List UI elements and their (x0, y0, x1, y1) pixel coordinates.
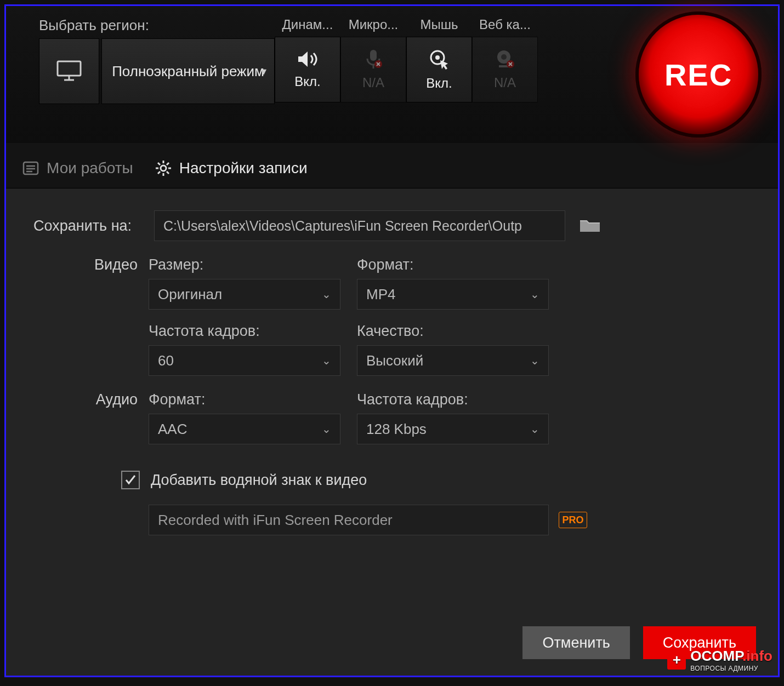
folder-icon (578, 216, 601, 235)
video-quality-select[interactable]: Высокий ⌄ (357, 345, 549, 376)
tab-my-works-label: Мои работы (47, 159, 133, 177)
cancel-button-label: Отменить (542, 634, 610, 651)
speaker-icon (297, 50, 319, 68)
record-button[interactable]: REC (635, 12, 762, 138)
audio-format-label: Формат: (149, 391, 340, 408)
video-format-select[interactable]: MP4 ⌄ (357, 279, 549, 310)
watermark-label: Добавить водяной знак к видео (151, 472, 367, 489)
audio-section: Аудио Формат: AAC ⌄ Частота кадров: 128 … (33, 391, 751, 444)
toggle-mouse-header: Мышь (406, 17, 472, 32)
chevron-down-icon: ⌄ (530, 354, 539, 367)
app-window: Выбрать регион: Полноэкранный режим ▾ Ди… (4, 4, 780, 677)
svg-point-15 (161, 165, 166, 171)
video-quality-label: Качество: (357, 323, 549, 340)
browse-folder-button[interactable] (576, 215, 604, 237)
region-label: Выбрать регион: (39, 17, 275, 34)
dialog-footer: Отменить Сохранить (6, 613, 778, 676)
save-path-row: Сохранить на: C:\Users\alex\Videos\Captu… (33, 210, 751, 241)
chevron-down-icon: ⌄ (322, 354, 331, 367)
chevron-down-icon: ⌄ (322, 422, 331, 436)
record-button-label: REC (664, 57, 732, 93)
video-quality-value: Высокий (366, 352, 423, 369)
toggle-webcam: Веб ка... N/A (472, 17, 538, 138)
video-format-field: Формат: MP4 ⌄ (357, 256, 549, 310)
audio-section-label: Аудио (33, 391, 138, 408)
audio-format-field: Формат: AAC ⌄ (149, 391, 340, 444)
watermark-checkbox[interactable] (121, 471, 140, 489)
watermark-input-row: Recorded with iFun Screen Recorder PRO (33, 505, 751, 535)
save-to-label: Сохранить на: (33, 218, 143, 235)
save-path-value: C:\Users\alex\Videos\Captures\iFun Scree… (163, 218, 522, 234)
video-fps-field: Частота кадров: 60 ⌄ (149, 323, 340, 376)
watermark-row: Добавить водяной знак к видео (121, 471, 751, 489)
cursor-icon (428, 48, 450, 70)
region-row: Полноэкранный режим ▾ (39, 38, 275, 104)
site-watermark-text: OCOMP.info ВОПРОСЫ АДМИНУ (690, 648, 772, 672)
video-grid: Размер: Оригинал ⌄ Формат: MP4 ⌄ Частота… (149, 256, 549, 376)
svg-line-21 (167, 172, 169, 174)
video-format-value: MP4 (366, 286, 395, 303)
toggle-microphone-header: Микро... (340, 17, 406, 32)
audio-bitrate-field: Частота кадров: 128 Kbps ⌄ (357, 391, 549, 444)
region-mode-label: Полноэкранный режим (112, 63, 264, 80)
audio-format-select[interactable]: AAC ⌄ (149, 414, 340, 444)
toggle-speaker: Динам... Вкл. (275, 17, 340, 138)
region-mode-dropdown[interactable]: Полноэкранный режим ▾ (101, 38, 275, 104)
region-display-button[interactable] (39, 38, 99, 104)
audio-format-value: AAC (158, 421, 187, 438)
audio-bitrate-label: Частота кадров: (357, 391, 549, 408)
video-section-label: Видео (33, 256, 138, 273)
video-format-label: Формат: (357, 256, 549, 273)
video-size-label: Размер: (149, 256, 340, 273)
toggle-mouse-status: Вкл. (426, 76, 452, 91)
svg-line-20 (158, 163, 160, 165)
save-path-input[interactable]: C:\Users\alex\Videos\Captures\iFun Scree… (154, 210, 565, 241)
site-name: OCOMP (690, 648, 742, 664)
toggle-speaker-status: Вкл. (294, 74, 320, 89)
watermark-text-input[interactable]: Recorded with iFun Screen Recorder (149, 505, 549, 535)
toggle-microphone-status: N/A (362, 75, 384, 90)
monitor-icon (56, 60, 82, 82)
site-suffix: .info (742, 648, 772, 664)
chevron-down-icon: ⌄ (530, 288, 539, 301)
microphone-icon (364, 49, 383, 70)
toggle-webcam-button[interactable]: N/A (472, 37, 538, 102)
video-size-select[interactable]: Оригинал ⌄ (149, 279, 340, 310)
chevron-down-icon: ⌄ (530, 422, 539, 436)
gear-icon (155, 160, 172, 176)
top-toolbar: Выбрать регион: Полноэкранный режим ▾ Ди… (6, 6, 778, 143)
tab-recording-settings[interactable]: Настройки записи (155, 159, 308, 177)
tab-recording-settings-label: Настройки записи (179, 159, 308, 177)
toggle-speaker-button[interactable]: Вкл. (275, 37, 340, 102)
video-fps-select[interactable]: 60 ⌄ (149, 345, 340, 376)
toggle-mouse-button[interactable]: Вкл. (406, 37, 472, 102)
toggle-webcam-status: N/A (494, 75, 516, 90)
cancel-button[interactable]: Отменить (522, 626, 629, 659)
toggle-speaker-header: Динам... (275, 17, 340, 32)
video-section: Видео Размер: Оригинал ⌄ Формат: MP4 ⌄ (33, 256, 751, 376)
svg-rect-0 (58, 61, 81, 76)
toggle-microphone: Микро... N/A (340, 17, 406, 138)
svg-line-22 (167, 163, 169, 165)
toggle-microphone-button[interactable]: N/A (340, 37, 406, 102)
tab-my-works[interactable]: Мои работы (22, 159, 133, 177)
svg-point-9 (501, 54, 507, 60)
chevron-down-icon: ⌄ (322, 288, 331, 301)
site-tagline: ВОПРОСЫ АДМИНУ (690, 665, 772, 672)
plus-icon: + (667, 651, 686, 670)
settings-panel: Сохранить на: C:\Users\alex\Videos\Captu… (6, 188, 778, 613)
audio-bitrate-select[interactable]: 128 Kbps ⌄ (357, 414, 549, 444)
chevron-down-icon: ▾ (261, 65, 266, 78)
pro-badge: PRO (559, 512, 587, 528)
list-icon (22, 160, 39, 176)
region-block: Выбрать регион: Полноэкранный режим ▾ (39, 17, 275, 138)
svg-point-7 (435, 55, 440, 60)
webcam-icon (495, 49, 515, 70)
video-size-value: Оригинал (158, 286, 222, 303)
audio-grid: Формат: AAC ⌄ Частота кадров: 128 Kbps ⌄ (149, 391, 549, 444)
site-watermark: + OCOMP.info ВОПРОСЫ АДМИНУ (667, 648, 772, 672)
video-fps-value: 60 (158, 352, 174, 369)
watermark-text-value: Recorded with iFun Screen Recorder (158, 512, 393, 529)
svg-rect-3 (370, 50, 377, 61)
toggle-webcam-header: Веб ка... (472, 17, 538, 32)
